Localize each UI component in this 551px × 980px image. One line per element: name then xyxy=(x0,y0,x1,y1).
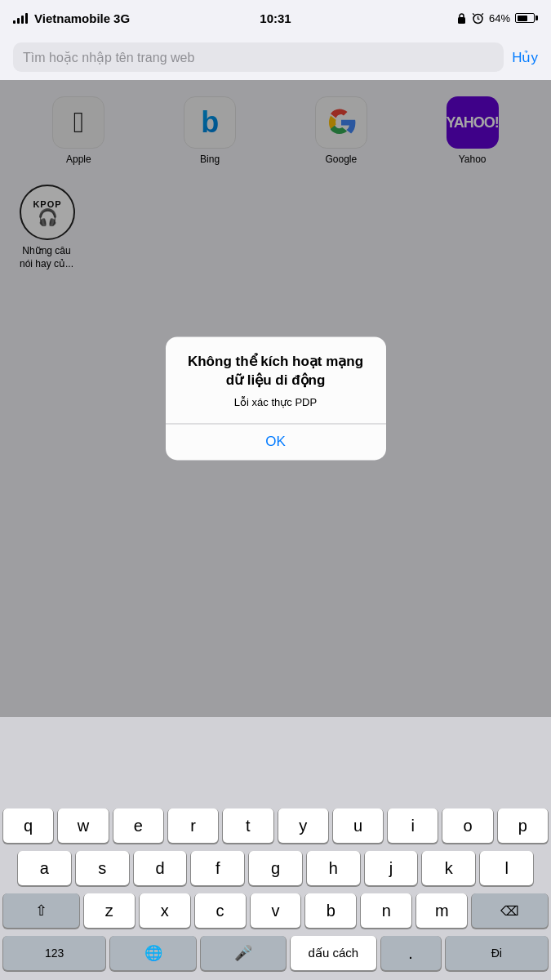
key-n[interactable]: n xyxy=(361,893,411,928)
battery-percent: 64% xyxy=(489,12,510,24)
key-a[interactable]: a xyxy=(18,851,71,885)
dialog-body: Không thể kích hoạt mạng dữ liệu di động… xyxy=(166,336,386,423)
shift-key[interactable]: ⇧ xyxy=(3,893,79,928)
network-label: 3G xyxy=(113,11,130,25)
key-g[interactable]: g xyxy=(249,851,302,885)
status-left: Vietnamobile 3G xyxy=(13,11,130,25)
backspace-key[interactable]: ⌫ xyxy=(472,893,548,928)
key-y[interactable]: y xyxy=(278,808,328,843)
keyboard-row-1: q w e r t y u i o p xyxy=(0,808,551,843)
key-i[interactable]: i xyxy=(388,808,438,843)
key-w[interactable]: w xyxy=(58,808,108,843)
key-u[interactable]: u xyxy=(333,808,383,843)
key-m[interactable]: m xyxy=(416,893,467,928)
cancel-button[interactable]: Hủy xyxy=(512,49,538,66)
key-r[interactable]: r xyxy=(168,808,218,843)
key-j[interactable]: j xyxy=(365,851,418,885)
dialog-title: Không thể kích hoạt mạng dữ liệu di động xyxy=(179,353,373,390)
key-x[interactable]: x xyxy=(140,893,190,928)
key-o[interactable]: o xyxy=(442,808,492,843)
search-input-wrapper[interactable]: Tìm hoặc nhập tên trang web xyxy=(13,42,504,72)
keyboard-row-2: a s d f g h j k l xyxy=(0,851,551,885)
svg-rect-0 xyxy=(458,17,465,24)
status-bar: Vietnamobile 3G 10:31 64% xyxy=(0,0,551,36)
microphone-key[interactable]: 🎤 xyxy=(201,936,286,970)
key-b[interactable]: b xyxy=(305,893,356,928)
lock-icon xyxy=(456,12,467,24)
key-t[interactable]: t xyxy=(223,808,273,843)
dialog-message: Lỗi xác thực PDP xyxy=(179,395,373,410)
key-h[interactable]: h xyxy=(307,851,360,885)
svg-line-4 xyxy=(473,13,474,15)
globe-key[interactable]: 🌐 xyxy=(110,936,195,970)
key-d[interactable]: d xyxy=(134,851,187,885)
key-s[interactable]: s xyxy=(76,851,129,885)
main-content:  Apple b Bing Google xyxy=(0,80,551,717)
key-l[interactable]: l xyxy=(480,851,533,885)
dialog-actions: OK xyxy=(166,425,386,461)
battery-icon xyxy=(515,13,538,23)
go-key[interactable]: Đi xyxy=(446,936,548,970)
keyboard-bottom-row: 123 🌐 🎤 dấu cách . Đi xyxy=(0,936,551,970)
key-v[interactable]: v xyxy=(251,893,301,928)
numbers-key[interactable]: 123 xyxy=(3,936,105,970)
ok-button[interactable]: OK xyxy=(166,425,386,461)
key-k[interactable]: k xyxy=(422,851,475,885)
status-right: 64% xyxy=(456,12,538,24)
svg-line-5 xyxy=(482,13,483,15)
keyboard: q w e r t y u i o p a s d f g h j k l ⇧ … xyxy=(0,802,551,980)
keyboard-row-3: ⇧ z x c v b n m ⌫ xyxy=(0,893,551,928)
key-p[interactable]: p xyxy=(498,808,548,843)
key-q[interactable]: q xyxy=(3,808,53,843)
time-label: 10:31 xyxy=(260,11,291,25)
key-c[interactable]: c xyxy=(195,893,246,928)
key-z[interactable]: z xyxy=(84,893,135,928)
search-placeholder: Tìm hoặc nhập tên trang web xyxy=(23,50,194,65)
key-f[interactable]: f xyxy=(191,851,244,885)
search-bar-container: Tìm hoặc nhập tên trang web Hủy xyxy=(0,36,551,80)
spacebar-key[interactable]: dấu cách xyxy=(291,936,375,970)
signal-bars xyxy=(13,13,28,24)
alarm-icon xyxy=(472,12,484,24)
period-key[interactable]: . xyxy=(381,936,441,970)
alert-dialog: Không thể kích hoạt mạng dữ liệu di động… xyxy=(166,336,386,460)
carrier-label: Vietnamobile xyxy=(34,11,110,25)
key-e[interactable]: e xyxy=(113,808,163,843)
